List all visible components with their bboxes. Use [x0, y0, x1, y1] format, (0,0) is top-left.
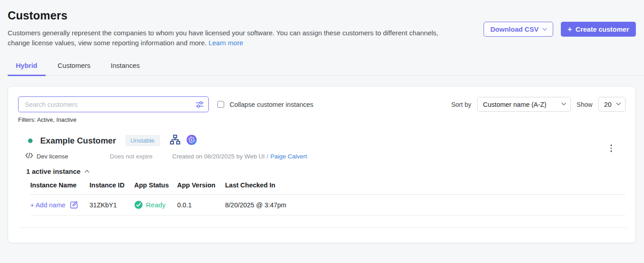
show-select-value: 20 — [604, 101, 611, 108]
download-csv-button[interactable]: Download CSV — [484, 22, 553, 37]
code-icon — [25, 153, 33, 160]
instances-table-header: Instance Name Instance ID App Status App… — [30, 182, 625, 195]
search-input[interactable] — [18, 96, 209, 112]
chevron-up-icon — [85, 170, 89, 175]
created-on-text: Created on 08/20/2025 by Web UI / — [172, 153, 268, 160]
tab-customers[interactable]: Customers — [50, 62, 99, 76]
sort-select-value: Customer name (A-Z) — [483, 101, 546, 108]
instances-table: Instance Name Instance ID App Status App… — [30, 182, 625, 215]
col-instance-id: Instance ID — [89, 182, 134, 189]
toolbar-right: Sort by Customer name (A-Z) Show 20 — [451, 97, 625, 112]
col-instance-name: Instance Name — [30, 182, 89, 189]
app-version-cell: 0.0.1 — [177, 201, 225, 209]
customer-name-link[interactable]: Example Customer — [40, 136, 116, 146]
sort-select[interactable]: Customer name (A-Z) — [477, 97, 571, 112]
active-status-dot-icon — [28, 139, 33, 143]
tab-bar: Hybrid Customers Instances — [8, 62, 644, 76]
last-checked-in-cell: 8/20/2025 @ 3:47pm — [225, 201, 625, 209]
col-app-version: App Version — [177, 182, 225, 189]
list-bottom-divider — [20, 227, 627, 228]
search-wrap — [18, 96, 209, 112]
instance-row: + Add name 31ZKbY1 Ready — [30, 195, 625, 215]
create-customer-button[interactable]: + Create customer — [561, 22, 636, 37]
page-header: Customers Customers generally represent … — [0, 0, 644, 48]
learn-more-link[interactable]: Learn more — [208, 39, 243, 47]
instances-summary-label: 1 active instance — [26, 167, 80, 175]
check-circle-icon — [134, 201, 143, 209]
channel-badge: Unstable — [125, 135, 160, 146]
app-status-cell: Ready — [134, 201, 177, 209]
header-actions: Download CSV + Create customer — [484, 22, 636, 37]
collapse-instances-label[interactable]: Collapse customer instances — [230, 101, 313, 108]
instance-id-cell: 31ZKbY1 — [89, 201, 134, 209]
install-type-icons — [169, 134, 197, 147]
toolbar: Collapse customer instances Sort by Cust… — [18, 96, 625, 112]
app-status-label: Ready — [146, 201, 165, 209]
col-last-checked-in: Last Checked In — [225, 182, 625, 189]
license-expiration: Does not expire — [110, 153, 172, 160]
page-description: Customers generally represent the compan… — [8, 28, 444, 48]
col-app-status: App Status — [134, 182, 177, 189]
edit-pencil-icon[interactable] — [70, 201, 78, 209]
chevron-down-icon — [561, 101, 566, 105]
collapse-instances-control[interactable]: Collapse customer instances — [217, 101, 313, 108]
chevron-down-icon — [616, 101, 621, 105]
create-customer-label: Create customer — [576, 25, 629, 33]
created-by-link[interactable]: Paige Calvert — [270, 153, 307, 160]
show-select[interactable]: 20 — [598, 97, 625, 112]
kebab-menu-icon[interactable] — [609, 143, 614, 154]
customer-meta: Dev license Does not expire Created on 0… — [25, 153, 625, 160]
instance-name-cell: + Add name — [30, 201, 89, 209]
download-csv-label: Download CSV — [490, 25, 539, 33]
filter-sliders-icon[interactable] — [195, 100, 204, 111]
sitemap-icon — [169, 134, 181, 147]
kubernetes-icon — [186, 134, 197, 147]
show-label: Show — [577, 101, 592, 108]
customer-header: Example Customer Unstable — [28, 134, 625, 147]
add-name-link[interactable]: + Add name — [30, 201, 66, 209]
customer-list-item: Example Customer Unstable — [18, 134, 625, 228]
plus-icon: + — [568, 25, 572, 33]
license-type-label: Dev license — [37, 153, 68, 160]
license-type: Dev license — [25, 153, 110, 160]
sort-by-label: Sort by — [451, 101, 471, 108]
collapse-instances-checkbox[interactable] — [217, 101, 224, 108]
filters-note: Filters: Active, Inactive — [18, 116, 625, 123]
tab-hybrid[interactable]: Hybrid — [8, 62, 46, 76]
instances-summary-toggle[interactable]: 1 active instance — [26, 167, 625, 175]
tab-instances[interactable]: Instances — [103, 62, 148, 76]
chevron-down-icon — [542, 26, 547, 31]
customers-card: Collapse customer instances Sort by Cust… — [8, 86, 636, 243]
page-title: Customers — [8, 9, 636, 22]
